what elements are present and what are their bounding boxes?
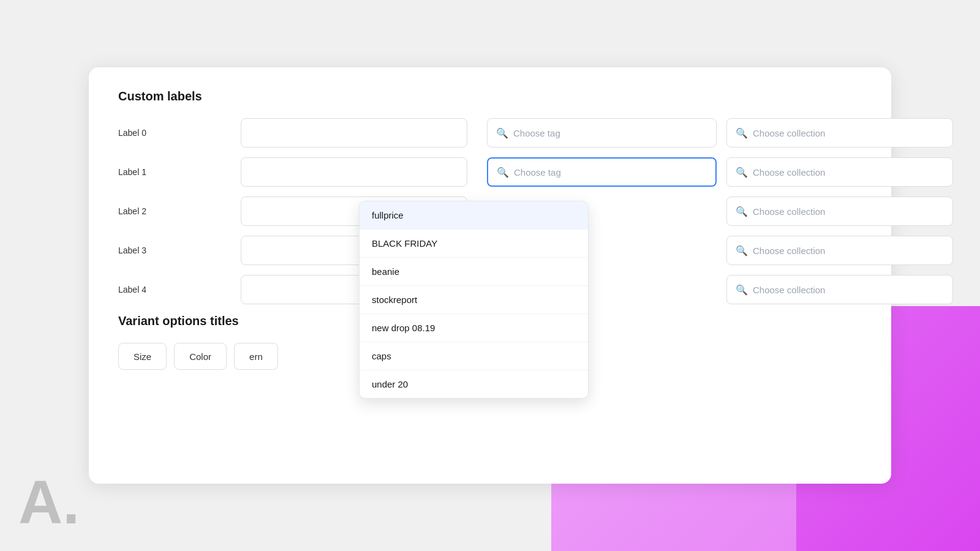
search-icon: 🔍 — [736, 127, 748, 139]
label-4-collection-placeholder: Choose collection — [753, 285, 825, 295]
label-1-collection-placeholder: Choose collection — [753, 167, 825, 178]
search-icon: 🔍 — [736, 245, 748, 257]
label-1-input[interactable] — [241, 157, 467, 187]
label-1-row: Label 1 🔍 Choose tag 🔍 Choose collection — [118, 157, 862, 187]
search-icon: 🔍 — [736, 284, 748, 296]
label-3-collection-field[interactable]: 🔍 Choose collection — [726, 236, 953, 265]
dropdown-item-newdrop[interactable]: new drop 08.19 — [360, 314, 588, 342]
dropdown-item-stockreport[interactable]: stockreport — [360, 286, 588, 314]
variant-size[interactable]: Size — [118, 343, 167, 370]
label-3-collection-placeholder: Choose collection — [753, 246, 825, 256]
label-3-name: Label 3 — [118, 246, 241, 255]
search-icon: 🔍 — [496, 127, 508, 139]
label-0-collection-placeholder: Choose collection — [753, 128, 825, 138]
label-1-tag-field[interactable]: 🔍 Choose tag — [487, 157, 717, 187]
dropdown-item-fullprice[interactable]: fullprice — [360, 201, 588, 230]
label-0-collection-field[interactable]: 🔍 Choose collection — [726, 118, 953, 148]
label-0-name: Label 0 — [118, 128, 241, 138]
label-0-input[interactable] — [241, 118, 467, 148]
label-2-collection-field[interactable]: 🔍 Choose collection — [726, 197, 953, 226]
variant-color[interactable]: Color — [174, 343, 227, 370]
label-2-name: Label 2 — [118, 206, 241, 216]
logo-letter: A. — [18, 471, 80, 533]
dropdown-item-under20[interactable]: under 20 — [360, 370, 588, 398]
dropdown-item-caps[interactable]: caps — [360, 342, 588, 370]
dropdown-item-beanie[interactable]: beanie — [360, 258, 588, 286]
label-0-tag-placeholder: Choose tag — [513, 128, 560, 138]
variant-other[interactable]: ern — [234, 343, 278, 370]
search-icon: 🔍 — [736, 206, 748, 217]
label-4-collection-field[interactable]: 🔍 Choose collection — [726, 275, 953, 304]
label-1-collection-field[interactable]: 🔍 Choose collection — [726, 157, 953, 187]
label-0-row: Label 0 🔍 Choose tag 🔍 Choose collection — [118, 118, 862, 148]
label-4-name: Label 4 — [118, 285, 241, 294]
label-2-collection-placeholder: Choose collection — [753, 206, 825, 217]
search-icon: 🔍 — [736, 167, 748, 178]
custom-labels-title: Custom labels — [118, 89, 862, 103]
label-1-tag-placeholder: Choose tag — [514, 167, 561, 178]
search-icon: 🔍 — [497, 167, 509, 178]
dropdown-item-black-friday[interactable]: BLACK FRIDAY — [360, 230, 588, 258]
tag-dropdown: fullprice BLACK FRIDAY beanie stockrepor… — [359, 201, 589, 399]
label-1-name: Label 1 — [118, 167, 241, 177]
label-0-tag-field[interactable]: 🔍 Choose tag — [487, 118, 717, 148]
